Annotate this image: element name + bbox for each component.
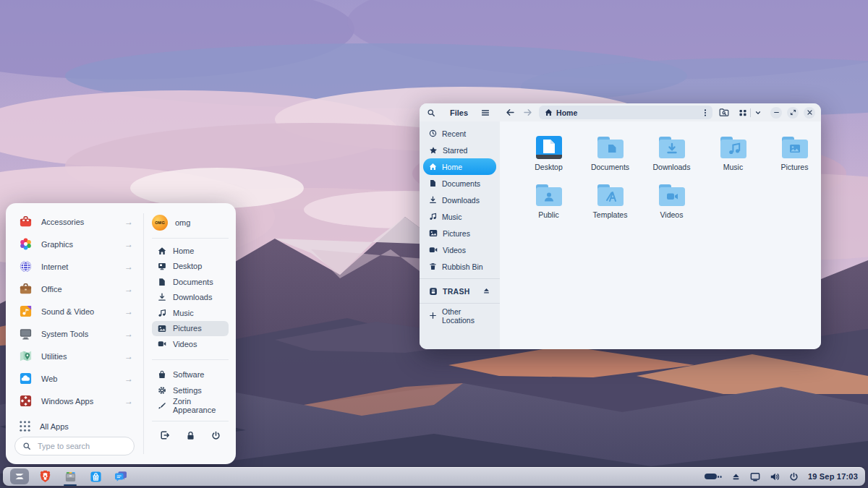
folder-item-downloads[interactable]: Downloads — [641, 134, 702, 182]
place-desktop[interactable]: Desktop — [152, 259, 229, 275]
lock-icon[interactable] — [186, 431, 195, 440]
place-pictures[interactable]: Pictures — [152, 321, 229, 337]
category-label: Web — [41, 374, 116, 383]
category-web[interactable]: Web → — [6, 367, 143, 390]
folder-documents-icon — [596, 134, 625, 160]
category-office[interactable]: Office → — [6, 278, 143, 300]
all-apps-button[interactable]: All Apps — [6, 415, 143, 437]
menu-item-zorin-appearance[interactable]: Zorin Appearance — [152, 398, 229, 414]
taskbar-app-files[interactable] — [61, 468, 80, 484]
category-graphics[interactable]: Graphics → — [6, 233, 143, 255]
window-title: Files — [450, 108, 468, 117]
folder-item-music[interactable]: Music — [702, 134, 764, 182]
folder-item-documents[interactable]: Documents — [579, 134, 641, 182]
eject-icon[interactable] — [731, 472, 741, 481]
volume-icon[interactable] — [770, 472, 780, 481]
clock[interactable]: 19 Sep 17:03 — [808, 472, 858, 481]
search-input[interactable] — [36, 441, 119, 451]
gear-icon — [158, 386, 166, 395]
briefcase-icon — [19, 282, 33, 296]
close-button[interactable] — [804, 107, 815, 119]
kebab-menu-icon[interactable] — [701, 108, 710, 117]
sidebar-item-other-locations[interactable]: Other Locations — [423, 307, 496, 324]
place-home[interactable]: Home — [152, 243, 229, 259]
sidebar-label: Starred — [443, 146, 467, 155]
submenu-arrow-icon: → — [124, 374, 133, 384]
place-music[interactable]: Music — [152, 305, 229, 321]
eject-icon[interactable] — [482, 287, 490, 295]
taskbar-app-software[interactable] — [86, 468, 105, 484]
sidebar-label: Recent — [442, 129, 466, 138]
sidebar-item-home[interactable]: Home — [423, 158, 496, 175]
category-sound-video[interactable]: Sound & Video → — [6, 300, 143, 322]
folder-item-public[interactable]: Public — [518, 182, 579, 230]
minimize-button[interactable] — [770, 107, 782, 119]
place-documents[interactable]: Documents — [152, 274, 229, 290]
sidebar-item-music[interactable]: Music — [423, 208, 496, 225]
music-note-icon — [158, 309, 166, 317]
power-icon[interactable] — [211, 431, 221, 440]
sidebar-item-starred[interactable]: Starred — [423, 142, 496, 158]
search-box[interactable] — [14, 437, 135, 455]
search-icon[interactable] — [424, 106, 438, 119]
menu-item-label: Zorin Appearance — [173, 397, 223, 414]
sidebar-item-videos[interactable]: Videos — [423, 241, 496, 258]
forward-button[interactable] — [520, 106, 535, 119]
zorin-menu-button[interactable] — [10, 468, 29, 484]
sidebar-item-rubbish-bin[interactable]: Rubbish Bin — [423, 258, 496, 275]
menu-item-settings[interactable]: Settings — [152, 382, 229, 398]
chat-bubbles-icon — [114, 471, 127, 482]
divider — [152, 359, 229, 360]
place-videos[interactable]: Videos — [152, 336, 229, 352]
divider — [420, 303, 500, 304]
desktop-icon — [158, 262, 166, 270]
trash-icon — [429, 262, 437, 270]
sidebar-item-documents[interactable]: Documents — [423, 175, 496, 192]
category-windows-apps[interactable]: Windows Apps → — [6, 390, 143, 412]
category-internet[interactable]: Internet → — [6, 255, 143, 278]
folder-item-videos[interactable]: Videos — [641, 182, 702, 230]
submenu-arrow-icon: → — [124, 284, 133, 294]
logout-icon[interactable] — [160, 430, 170, 440]
category-utilities[interactable]: Utilities → — [6, 345, 143, 367]
sidebar-item-downloads[interactable]: Downloads — [423, 192, 496, 208]
folder-label: Templates — [593, 210, 628, 219]
back-button[interactable] — [503, 106, 517, 119]
taskbar-app-brave[interactable] — [35, 468, 54, 484]
taskbar-app-messages[interactable] — [111, 468, 130, 484]
toolbox-icon — [19, 215, 33, 228]
maximize-button[interactable] — [787, 107, 799, 119]
user-row[interactable]: OMG omg — [152, 212, 229, 234]
files-sidebar: Recent Starred Home Documents Downloads … — [420, 121, 500, 349]
submenu-arrow-icon: → — [124, 396, 133, 406]
avatar: OMG — [152, 215, 168, 231]
category-system-tools[interactable]: System Tools → — [6, 322, 143, 345]
search-folder-button[interactable] — [717, 106, 731, 119]
category-accessories[interactable]: Accessories → — [6, 210, 143, 233]
divider — [152, 238, 229, 239]
folder-label: Pictures — [781, 163, 809, 171]
folder-item-desktop[interactable]: Desktop — [518, 134, 579, 182]
sidebar-item-pictures[interactable]: Pictures — [423, 225, 496, 241]
view-options-chevron-icon[interactable] — [751, 106, 765, 119]
appearance-brush-icon — [158, 401, 166, 410]
zorin-logo-icon — [14, 471, 25, 482]
path-bar[interactable]: Home — [539, 106, 712, 119]
files-content-area[interactable]: Desktop Documents Downloads Music — [500, 121, 821, 349]
battery-indicator[interactable] — [705, 474, 722, 479]
sidebar-item-recent[interactable]: Recent — [423, 125, 496, 142]
cloud-icon — [19, 372, 33, 385]
sidebar-label: Rubbish Bin — [442, 262, 483, 271]
place-downloads[interactable]: Downloads — [152, 290, 229, 306]
place-label: Videos — [173, 340, 197, 348]
sidebar-label: Pictures — [443, 229, 470, 238]
power-icon[interactable] — [789, 472, 799, 481]
folder-label: Documents — [591, 163, 629, 171]
hamburger-menu-icon[interactable] — [478, 106, 493, 119]
folder-item-pictures[interactable]: Pictures — [764, 134, 821, 182]
folder-item-templates[interactable]: Templates — [579, 182, 641, 230]
menu-item-software[interactable]: Software — [152, 367, 229, 383]
sidebar-item-trash-drive[interactable]: TRASH — [423, 283, 496, 299]
grid-view-button[interactable] — [736, 106, 750, 119]
display-icon[interactable] — [750, 472, 760, 481]
